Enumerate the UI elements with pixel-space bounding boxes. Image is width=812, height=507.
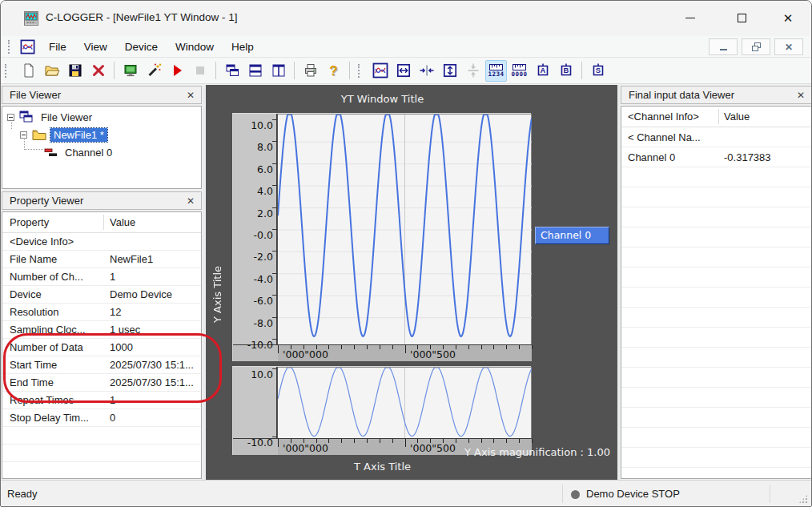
property-row[interactable] [2, 445, 201, 462]
new-file-button[interactable] [18, 60, 39, 82]
mdi-close-button[interactable]: ✕ [774, 38, 803, 55]
property-row[interactable]: Stop Delay Tim...0 [2, 409, 201, 427]
property-row[interactable]: <Device Info> [2, 233, 201, 251]
tile-vertical-button[interactable] [267, 60, 289, 82]
menu-help[interactable]: Help [223, 38, 263, 56]
marker-b-icon: B [558, 62, 574, 78]
y-axis-strip[interactable] [233, 367, 277, 438]
tree-item-channel0[interactable]: Channel 0 [44, 144, 115, 160]
menu-device[interactable]: Device [116, 38, 167, 56]
data-row[interactable] [621, 227, 811, 247]
property-row[interactable]: End Time2025/07/30 15:1... [2, 374, 201, 392]
time-ruler[interactable]: '000"000'000"500 [278, 344, 532, 361]
property-row[interactable] [2, 462, 201, 479]
mdi-minimize-button[interactable] [709, 38, 738, 55]
resize-grip-icon[interactable] [798, 494, 808, 504]
data-row[interactable] [621, 428, 811, 448]
cascade-windows-button[interactable] [221, 60, 243, 82]
menu-view[interactable]: View [75, 38, 116, 56]
property-row[interactable]: Number of Data1000 [2, 339, 201, 356]
data-row[interactable] [621, 247, 811, 268]
property-viewer-close-button[interactable]: ✕ [180, 195, 201, 207]
help-icon: ? [329, 64, 337, 78]
marker-s-button[interactable]: S [587, 60, 609, 82]
data-row[interactable] [621, 348, 811, 368]
tree-item-newfile1[interactable]: NewFile1 * [20, 127, 107, 143]
yt-window-button[interactable] [369, 60, 391, 82]
cascade-windows-icon [224, 62, 240, 78]
file-viewer-close-button[interactable]: ✕ [180, 90, 201, 101]
channel-name-cell: < Channel Na... [628, 131, 701, 143]
plot-area[interactable] [278, 114, 532, 344]
data-row[interactable] [621, 448, 811, 468]
data-row[interactable] [621, 288, 811, 308]
data-row[interactable] [621, 187, 811, 207]
yt-window-title: YT Window Title [232, 93, 533, 105]
property-value-cell: 1 [110, 394, 115, 406]
property-row[interactable]: Number of Ch...1 [2, 268, 201, 286]
menu-file[interactable]: File [40, 38, 75, 56]
data-row[interactable]: < Channel Na... [621, 127, 811, 147]
tree-label-file-viewer[interactable]: File Viewer [38, 111, 95, 124]
plot-area[interactable] [278, 367, 532, 438]
property-value-cell: NewFile1 [110, 253, 153, 265]
property-row[interactable] [2, 427, 201, 445]
window-minimize-button[interactable] [677, 7, 704, 28]
property-name-cell: Sampling Cloc... [10, 324, 86, 336]
y-axis-strip[interactable] [233, 114, 277, 344]
property-row[interactable]: Resolution12 [2, 304, 201, 321]
stop-button[interactable] [189, 60, 211, 82]
title-bar[interactable]: C-LOGGER - [NewFile1 YT Window - 1] ✕ [1, 1, 811, 36]
window-close-button[interactable]: ✕ [774, 7, 802, 28]
menu-window[interactable]: Window [167, 38, 223, 56]
device-settings-button[interactable] [119, 60, 141, 82]
open-file-button[interactable] [41, 60, 62, 82]
window-maximize-button[interactable] [728, 7, 755, 28]
ruler-numeric-label: 1234 [488, 71, 504, 78]
data-row[interactable] [621, 388, 811, 408]
mdi-restore-button[interactable] [742, 38, 770, 55]
column-divider[interactable] [718, 109, 719, 124]
toolbar-grip[interactable] [358, 64, 360, 78]
help-button[interactable]: ? [323, 60, 344, 82]
data-row[interactable]: Channel 0-0.317383 [621, 147, 811, 167]
fit-horizontal-button[interactable] [392, 60, 414, 82]
data-row[interactable] [621, 368, 811, 388]
ruler-numeric-button[interactable]: 1234 [485, 60, 507, 82]
ruler-binary-button[interactable]: 0000 [509, 60, 530, 82]
tile-horizontal-icon [247, 62, 263, 78]
toolbar-grip[interactable] [8, 40, 10, 54]
data-row[interactable] [621, 308, 811, 328]
data-row[interactable] [621, 408, 811, 428]
data-row[interactable] [621, 207, 811, 227]
property-row[interactable]: Repeat Times1 [2, 392, 201, 409]
column-divider[interactable] [103, 215, 104, 230]
tree-item-file-viewer-root[interactable]: File Viewer [7, 109, 95, 125]
channel-flag[interactable]: Channel 0 [535, 227, 609, 244]
fit-vertical-button[interactable] [439, 60, 460, 82]
tile-horizontal-button[interactable] [244, 60, 266, 82]
collapse-icon[interactable] [20, 131, 27, 139]
toolbar-grip[interactable] [5, 64, 6, 78]
property-row[interactable]: Start Time2025/07/30 15:1... [2, 356, 201, 374]
property-row[interactable]: DeviceDemo Device [2, 286, 201, 304]
data-row[interactable] [621, 328, 811, 348]
final-viewer-close-button[interactable]: ✕ [790, 90, 811, 101]
data-row[interactable] [621, 167, 811, 187]
wizard-button[interactable] [143, 60, 164, 82]
marker-a-button[interactable]: A [532, 60, 553, 82]
marker-b-button[interactable]: B [555, 60, 577, 82]
delete-button[interactable] [87, 60, 109, 82]
tree-label-channel0[interactable]: Channel 0 [62, 146, 115, 159]
print-button[interactable] [299, 60, 321, 82]
save-file-button[interactable] [64, 60, 86, 82]
compress-horizontal-button[interactable] [416, 60, 437, 82]
run-button[interactable] [166, 60, 187, 82]
data-row[interactable] [621, 268, 811, 288]
file-viewer-header: File Viewer ✕ [2, 86, 202, 104]
property-row[interactable]: File NameNewFile1 [2, 251, 201, 268]
collapse-icon[interactable] [7, 114, 14, 121]
tree-label-newfile1[interactable]: NewFile1 * [50, 128, 107, 142]
property-row[interactable]: Sampling Cloc...1 usec [2, 321, 201, 339]
compress-vertical-button[interactable] [462, 60, 484, 82]
